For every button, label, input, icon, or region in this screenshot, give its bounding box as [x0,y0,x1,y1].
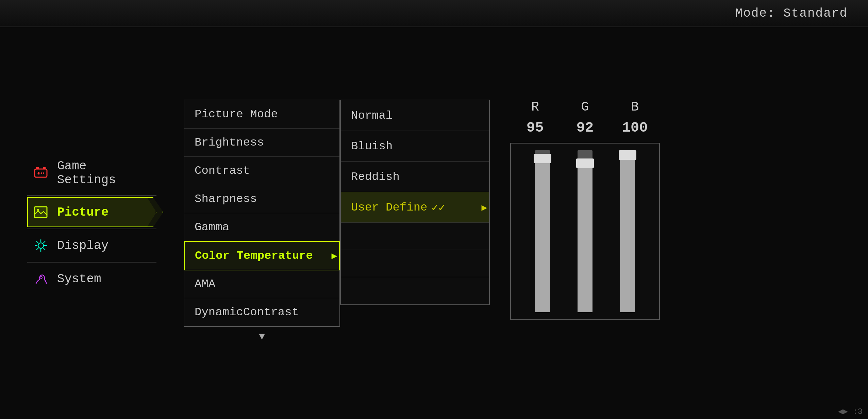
mode-label: Mode: Standard [735,6,848,20]
sidebar-item-system[interactable]: System [27,264,156,294]
svg-line-16 [43,248,45,250]
picture-panel-wrap: Picture Mode Brightness Contrast Sharpne… [184,100,340,347]
bottom-corner: ◀▶ :3 [833,404,868,419]
svg-rect-8 [35,207,47,218]
rgb-headers: R G B [510,100,660,120]
menu-item-picture-mode[interactable]: Picture Mode [184,100,339,129]
menu-item-contrast[interactable]: Contrast [184,157,339,185]
b-slider-track [620,150,635,312]
picture-label: Picture [57,205,108,219]
svg-rect-2 [43,167,46,169]
main-content: Game Settings Picture [0,27,868,419]
picture-menu-panel: Picture Mode Brightness Contrast Sharpne… [184,100,340,327]
display-label: Display [57,239,108,253]
rgb-value-r: 95 [515,120,555,136]
user-define-check: ✓ [431,200,438,215]
rgb-header-r: R [515,100,555,114]
ct-item-reddish[interactable]: Reddish [341,162,489,192]
rgb-value-g: 92 [565,120,605,136]
menu-item-sharpness[interactable]: Sharpness [184,185,339,213]
svg-rect-4 [37,173,40,173]
svg-rect-5 [43,172,44,174]
game-settings-icon [33,165,49,181]
r-slider[interactable] [525,150,560,312]
ct-item-empty3 [341,277,489,304]
g-slider-fill [578,163,592,312]
menu-item-brightness[interactable]: Brightness [184,129,339,157]
menu-item-dynamic-contrast[interactable]: DynamicContrast [184,298,339,326]
rgb-value-b: 100 [615,120,655,136]
menu-item-color-temperature[interactable]: Color Temperature ▶ [184,241,340,270]
svg-rect-1 [36,167,39,169]
svg-line-18 [36,248,38,250]
b-slider-fill [620,150,635,312]
picture-icon [33,204,49,220]
ct-item-normal[interactable]: Normal [341,100,489,131]
menu-item-ama[interactable]: AMA [184,270,339,298]
user-define-arrow: ▶ [479,192,490,222]
color-temp-panel: Normal Bluish Reddish User Define ✓ ▶ [340,100,490,305]
ct-item-empty2 [341,250,489,277]
scroll-arrow-down: ▼ [184,327,340,347]
system-icon [33,271,49,287]
r-slider-track [535,150,550,312]
svg-point-10 [38,243,44,248]
rgb-sliders [510,143,660,320]
rgb-header-b: B [615,100,655,114]
menu-item-gamma[interactable]: Gamma [184,213,339,241]
game-settings-label: Game Settings [57,159,151,187]
display-icon [33,237,49,254]
ct-item-empty1 [341,223,489,250]
b-slider-thumb[interactable] [619,150,636,160]
nav-divider-1 [27,195,156,196]
ct-item-bluish[interactable]: Bluish [341,131,489,162]
svg-line-15 [36,241,38,243]
system-label: System [57,272,101,286]
sidebar-item-picture[interactable]: Picture [27,197,156,227]
rgb-values: 95 92 100 [510,120,660,143]
top-bar: Mode: Standard [0,0,868,27]
nav-divider-3 [27,262,156,263]
sidebar-item-game-settings[interactable]: Game Settings [27,152,156,194]
color-temp-panel-wrap: Normal Bluish Reddish User Define ✓ ▶ [340,100,490,305]
nav-divider-2 [27,229,156,229]
sidebar-item-display[interactable]: Display [27,231,156,261]
r-slider-fill [535,158,550,312]
left-nav: Game Settings Picture [27,152,156,294]
panels-row: Picture Mode Brightness Contrast Sharpne… [184,100,841,347]
rgb-header-g: G [565,100,605,114]
svg-line-17 [43,241,45,243]
r-slider-thumb[interactable] [534,154,551,163]
svg-rect-7 [35,207,47,218]
g-slider-thumb[interactable] [576,158,594,168]
b-slider[interactable] [611,150,645,312]
svg-point-9 [37,209,39,211]
g-slider[interactable] [568,150,602,312]
color-temp-arrow: ▶ [329,242,340,270]
ct-item-user-define[interactable]: User Define ✓ ▶ [341,192,489,223]
svg-rect-6 [41,172,42,174]
g-slider-track [578,150,592,312]
rgb-panel: R G B 95 92 100 [510,100,660,320]
